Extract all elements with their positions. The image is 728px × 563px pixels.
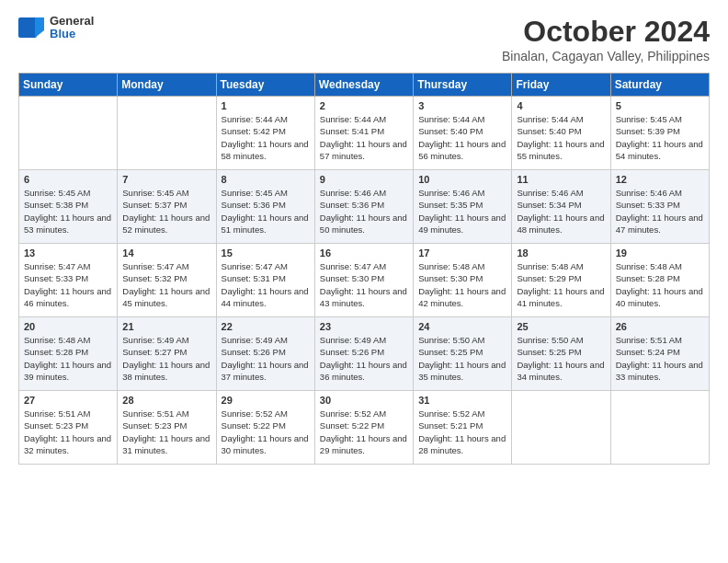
calendar-cell: 11Sunrise: 5:46 AM Sunset: 5:34 PM Dayli…	[512, 170, 610, 244]
day-info: Sunrise: 5:47 AM Sunset: 5:30 PM Dayligh…	[320, 260, 408, 309]
day-info: Sunrise: 5:49 AM Sunset: 5:27 PM Dayligh…	[122, 334, 210, 383]
day-number: 21	[122, 321, 210, 332]
day-info: Sunrise: 5:52 AM Sunset: 5:22 PM Dayligh…	[222, 408, 310, 456]
day-info: Sunrise: 5:52 AM Sunset: 5:21 PM Dayligh…	[418, 408, 506, 456]
calendar-cell: 30Sunrise: 5:52 AM Sunset: 5:22 PM Dayli…	[314, 391, 413, 465]
calendar-cell: 7Sunrise: 5:45 AM Sunset: 5:37 PM Daylig…	[118, 170, 216, 244]
calendar-cell: 28Sunrise: 5:51 AM Sunset: 5:23 PM Dayli…	[118, 391, 216, 465]
calendar-cell: 19Sunrise: 5:48 AM Sunset: 5:28 PM Dayli…	[610, 244, 709, 317]
calendar-cell: 25Sunrise: 5:50 AM Sunset: 5:25 PM Dayli…	[512, 317, 610, 391]
day-number: 3	[418, 100, 506, 111]
logo: General Blue	[18, 15, 94, 41]
day-number: 17	[418, 247, 506, 259]
day-number: 24	[418, 321, 506, 332]
day-number: 23	[320, 321, 408, 332]
svg-rect-0	[18, 17, 37, 38]
weekday-header: Saturday	[610, 74, 709, 97]
day-number: 22	[222, 321, 310, 332]
day-info: Sunrise: 5:50 AM Sunset: 5:25 PM Dayligh…	[517, 334, 605, 383]
calendar-cell: 12Sunrise: 5:46 AM Sunset: 5:33 PM Dayli…	[610, 170, 709, 244]
day-info: Sunrise: 5:44 AM Sunset: 5:40 PM Dayligh…	[418, 113, 506, 162]
day-info: Sunrise: 5:45 AM Sunset: 5:36 PM Dayligh…	[222, 187, 310, 236]
logo-blue: Blue	[50, 28, 94, 40]
calendar-cell: 1Sunrise: 5:44 AM Sunset: 5:42 PM Daylig…	[216, 97, 314, 170]
calendar-table: SundayMondayTuesdayWednesdayThursdayFrid…	[18, 73, 710, 465]
day-info: Sunrise: 5:51 AM Sunset: 5:23 PM Dayligh…	[24, 408, 112, 456]
calendar-cell: 24Sunrise: 5:50 AM Sunset: 5:25 PM Dayli…	[414, 317, 512, 391]
day-info: Sunrise: 5:51 AM Sunset: 5:24 PM Dayligh…	[616, 334, 704, 383]
day-info: Sunrise: 5:48 AM Sunset: 5:30 PM Dayligh…	[418, 260, 506, 309]
calendar-cell: 16Sunrise: 5:47 AM Sunset: 5:30 PM Dayli…	[314, 244, 413, 317]
calendar-cell: 20Sunrise: 5:48 AM Sunset: 5:28 PM Dayli…	[19, 317, 118, 391]
calendar-cell: 18Sunrise: 5:48 AM Sunset: 5:29 PM Dayli…	[512, 244, 610, 317]
day-info: Sunrise: 5:47 AM Sunset: 5:32 PM Dayligh…	[122, 260, 210, 309]
day-number: 6	[24, 174, 112, 185]
day-number: 15	[222, 247, 310, 259]
day-number: 4	[517, 100, 605, 111]
day-info: Sunrise: 5:45 AM Sunset: 5:37 PM Dayligh…	[122, 187, 210, 236]
day-info: Sunrise: 5:47 AM Sunset: 5:31 PM Dayligh…	[222, 260, 310, 309]
day-number: 18	[517, 247, 605, 259]
calendar-cell	[19, 97, 118, 170]
day-number: 28	[122, 395, 210, 406]
calendar-cell: 29Sunrise: 5:52 AM Sunset: 5:22 PM Dayli…	[216, 391, 314, 465]
subtitle: Binalan, Cagayan Valley, Philippines	[502, 49, 710, 63]
calendar-cell: 27Sunrise: 5:51 AM Sunset: 5:23 PM Dayli…	[19, 391, 118, 465]
calendar-cell: 8Sunrise: 5:45 AM Sunset: 5:36 PM Daylig…	[216, 170, 314, 244]
calendar-cell: 31Sunrise: 5:52 AM Sunset: 5:21 PM Dayli…	[414, 391, 512, 465]
day-info: Sunrise: 5:46 AM Sunset: 5:34 PM Dayligh…	[517, 187, 605, 236]
calendar-week-row: 1Sunrise: 5:44 AM Sunset: 5:42 PM Daylig…	[19, 97, 710, 170]
calendar-cell: 21Sunrise: 5:49 AM Sunset: 5:27 PM Dayli…	[118, 317, 216, 391]
day-number: 10	[418, 174, 506, 185]
svg-marker-1	[35, 17, 44, 38]
calendar-cell: 14Sunrise: 5:47 AM Sunset: 5:32 PM Dayli…	[118, 244, 216, 317]
day-number: 5	[616, 100, 704, 111]
calendar-cell: 15Sunrise: 5:47 AM Sunset: 5:31 PM Dayli…	[216, 244, 314, 317]
day-info: Sunrise: 5:46 AM Sunset: 5:35 PM Dayligh…	[418, 187, 506, 236]
day-number: 12	[616, 174, 704, 185]
day-info: Sunrise: 5:51 AM Sunset: 5:23 PM Dayligh…	[122, 408, 210, 456]
day-number: 20	[24, 321, 112, 332]
weekday-header: Thursday	[414, 74, 512, 97]
day-info: Sunrise: 5:45 AM Sunset: 5:39 PM Dayligh…	[616, 113, 704, 162]
calendar-cell	[512, 391, 610, 465]
day-info: Sunrise: 5:48 AM Sunset: 5:29 PM Dayligh…	[517, 260, 605, 309]
day-number: 1	[222, 100, 310, 111]
day-info: Sunrise: 5:44 AM Sunset: 5:41 PM Dayligh…	[320, 113, 408, 162]
day-info: Sunrise: 5:49 AM Sunset: 5:26 PM Dayligh…	[320, 334, 408, 383]
calendar-cell	[118, 97, 216, 170]
day-number: 13	[24, 247, 112, 259]
day-info: Sunrise: 5:44 AM Sunset: 5:42 PM Dayligh…	[222, 113, 310, 162]
day-info: Sunrise: 5:44 AM Sunset: 5:40 PM Dayligh…	[517, 113, 605, 162]
day-number: 2	[320, 100, 408, 111]
day-number: 11	[517, 174, 605, 185]
day-number: 8	[222, 174, 310, 185]
page: General Blue October 2024 Binalan, Cagay…	[0, 0, 728, 563]
calendar-cell	[610, 391, 709, 465]
calendar-cell: 4Sunrise: 5:44 AM Sunset: 5:40 PM Daylig…	[512, 97, 610, 170]
day-number: 14	[122, 247, 210, 259]
day-info: Sunrise: 5:49 AM Sunset: 5:26 PM Dayligh…	[222, 334, 310, 383]
logo-general: General	[50, 15, 94, 28]
day-info: Sunrise: 5:48 AM Sunset: 5:28 PM Dayligh…	[616, 260, 704, 309]
weekday-header: Wednesday	[314, 74, 413, 97]
calendar-week-row: 6Sunrise: 5:45 AM Sunset: 5:38 PM Daylig…	[19, 170, 710, 244]
calendar-cell: 22Sunrise: 5:49 AM Sunset: 5:26 PM Dayli…	[216, 317, 314, 391]
day-number: 27	[24, 395, 112, 406]
calendar-week-row: 27Sunrise: 5:51 AM Sunset: 5:23 PM Dayli…	[19, 391, 710, 465]
day-info: Sunrise: 5:52 AM Sunset: 5:22 PM Dayligh…	[320, 408, 408, 456]
day-number: 9	[320, 174, 408, 185]
calendar-week-row: 13Sunrise: 5:47 AM Sunset: 5:33 PM Dayli…	[19, 244, 710, 317]
calendar-cell: 3Sunrise: 5:44 AM Sunset: 5:40 PM Daylig…	[414, 97, 512, 170]
calendar-cell: 2Sunrise: 5:44 AM Sunset: 5:41 PM Daylig…	[314, 97, 413, 170]
day-info: Sunrise: 5:50 AM Sunset: 5:25 PM Dayligh…	[418, 334, 506, 383]
day-number: 16	[320, 247, 408, 259]
calendar-cell: 9Sunrise: 5:46 AM Sunset: 5:36 PM Daylig…	[314, 170, 413, 244]
calendar-cell: 5Sunrise: 5:45 AM Sunset: 5:39 PM Daylig…	[610, 97, 709, 170]
day-number: 7	[122, 174, 210, 185]
calendar-header-row: SundayMondayTuesdayWednesdayThursdayFrid…	[19, 74, 710, 97]
day-number: 19	[616, 247, 704, 259]
calendar-week-row: 20Sunrise: 5:48 AM Sunset: 5:28 PM Dayli…	[19, 317, 710, 391]
day-info: Sunrise: 5:48 AM Sunset: 5:28 PM Dayligh…	[24, 334, 112, 383]
day-info: Sunrise: 5:46 AM Sunset: 5:36 PM Dayligh…	[320, 187, 408, 236]
